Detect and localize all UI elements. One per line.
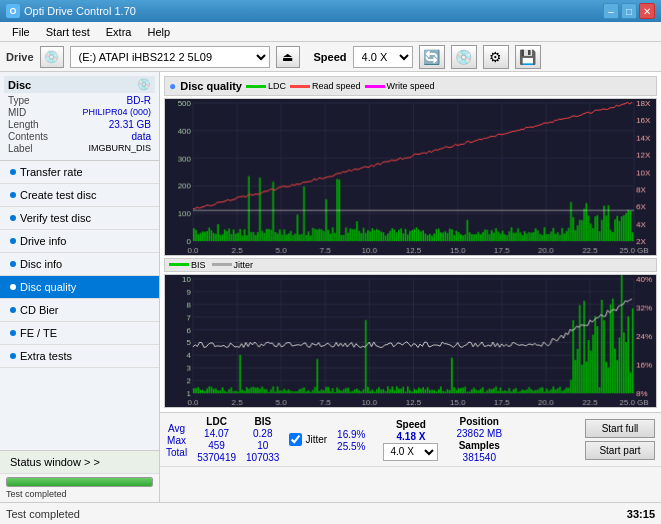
nav-extra-tests-label: Extra tests (20, 350, 72, 362)
test-speed-select[interactable]: 4.0 X (383, 443, 438, 461)
nav-disc-info[interactable]: Disc info (0, 253, 159, 276)
progress-fill (7, 478, 152, 486)
menu-file[interactable]: File (4, 24, 38, 40)
position-value: 23862 MB (456, 428, 502, 439)
nav-cd-bier[interactable]: CD Bier (0, 299, 159, 322)
stats-row: Avg Max Total LDC 14.07 459 5370419 BIS … (160, 413, 661, 467)
legend-write-speed: Write speed (365, 81, 435, 91)
avg-jitter: 16.9% (337, 429, 365, 440)
chart-title: Disc quality (180, 80, 242, 92)
nav-drive-info-label: Drive info (20, 235, 66, 247)
stats-col-speed-label: Speed 4.18 X 4.0 X (383, 419, 438, 461)
legend-jitter-label: Jitter (234, 260, 254, 270)
samples-value: 381540 (456, 452, 502, 463)
status-text: Test completed (6, 508, 619, 520)
progress-bar (6, 477, 153, 487)
top-chart-canvas (165, 99, 656, 255)
nav-extra-tests[interactable]: Extra tests (0, 345, 159, 368)
drive-bar: Drive 💿 (E:) ATAPI iHBS212 2 5L09 ⏏ Spee… (0, 42, 661, 72)
disc-button[interactable]: 💿 (451, 45, 477, 69)
nav-drive-info[interactable]: Drive info (0, 230, 159, 253)
legend-ldc-label: LDC (268, 81, 286, 91)
disc-header-icon: 💿 (137, 78, 151, 91)
total-bis: 107033 (246, 452, 279, 463)
close-button[interactable]: ✕ (639, 3, 655, 19)
disc-header-label: Disc (8, 79, 31, 91)
start-part-button[interactable]: Start part (585, 441, 655, 460)
speed-select[interactable]: 4.0 X (353, 46, 413, 68)
max-bis: 10 (246, 440, 279, 451)
eject-button[interactable]: ⏏ (276, 46, 300, 68)
stats-col-bis: BIS 0.28 10 107033 (246, 416, 279, 463)
sidebar-bottom: Status window > > Test completed (0, 450, 159, 502)
nav-create-test-disc[interactable]: Create test disc (0, 184, 159, 207)
progress-area: Test completed (0, 474, 159, 502)
bis-chart (164, 274, 657, 408)
status-window-button[interactable]: Status window > > (0, 451, 159, 474)
speed-label: Speed (314, 51, 347, 63)
content-area: ● Disc quality LDC Read speed Write spee… (160, 72, 661, 502)
nav-transfer-rate-label: Transfer rate (20, 166, 83, 178)
refresh-button[interactable]: 🔄 (419, 45, 445, 69)
length-value: 23.31 GB (80, 119, 151, 130)
app-title: Opti Drive Control 1.70 (24, 5, 603, 17)
avg-bis: 0.28 (246, 428, 279, 439)
stats-col-position: Position 23862 MB Samples 381540 (456, 416, 502, 463)
avg-ldc: 14.07 (197, 428, 236, 439)
nav-disc-quality[interactable]: Disc quality (0, 276, 159, 299)
max-label: Max (166, 435, 187, 446)
sidebar: Disc 💿 Type BD-R MID PHILIPR04 (000) Len… (0, 72, 160, 502)
nav-disc-quality-label: Disc quality (20, 281, 76, 293)
jitter-checkbox[interactable] (289, 433, 302, 446)
drive-label: Drive (6, 51, 34, 63)
jitter-checkbox-area: Jitter (289, 433, 327, 446)
legend-ldc: LDC (246, 81, 286, 91)
nav-fe-te[interactable]: FE / TE (0, 322, 159, 345)
maximize-button[interactable]: □ (621, 3, 637, 19)
legend-bis-label: BIS (191, 260, 206, 270)
status-bar: Test completed 33:15 (0, 502, 661, 524)
menu-extra[interactable]: Extra (98, 24, 140, 40)
stats-col-ldc: LDC 14.07 459 5370419 (197, 416, 236, 463)
bottom-chart-canvas (165, 275, 656, 407)
chart-container: ● Disc quality LDC Read speed Write spee… (160, 72, 661, 412)
jitter-label: Jitter (305, 434, 327, 445)
drive-select[interactable]: (E:) ATAPI iHBS212 2 5L09 (70, 46, 270, 68)
stats-col-label: Avg Max Total (166, 422, 187, 458)
nav-verify-test-disc-label: Verify test disc (20, 212, 91, 224)
bottom-panel: Avg Max Total LDC 14.07 459 5370419 BIS … (160, 412, 661, 502)
minimize-button[interactable]: – (603, 3, 619, 19)
contents-label: Contents (8, 131, 79, 142)
menu-start-test[interactable]: Start test (38, 24, 98, 40)
title-bar: O Opti Drive Control 1.70 – □ ✕ (0, 0, 661, 22)
stats-col-jitter: 16.9% 25.5% (337, 428, 365, 452)
disc-quality-chart (164, 98, 657, 256)
settings-button[interactable]: ⚙ (483, 45, 509, 69)
chart-header: ● Disc quality LDC Read speed Write spee… (164, 76, 657, 96)
position-label: Position (456, 416, 502, 427)
status-time: 33:15 (627, 508, 655, 520)
nav-fe-te-label: FE / TE (20, 327, 57, 339)
nav-verify-test-disc[interactable]: Verify test disc (0, 207, 159, 230)
nav-cd-bier-label: CD Bier (20, 304, 59, 316)
total-ldc: 5370419 (197, 452, 236, 463)
nav-disc-info-label: Disc info (20, 258, 62, 270)
action-buttons: Start full Start part (585, 419, 655, 460)
mid-label: MID (8, 107, 79, 118)
legend-write-speed-label: Write speed (387, 81, 435, 91)
drive-icon: 💿 (40, 46, 64, 68)
menu-help[interactable]: Help (139, 24, 178, 40)
sidebar-navigation: Transfer rate Create test disc Verify te… (0, 161, 159, 368)
disc-label-value: IMGBURN_DIS (80, 143, 151, 154)
avg-label: Avg (166, 423, 187, 434)
max-jitter: 25.5% (337, 441, 365, 452)
save-button[interactable]: 💾 (515, 45, 541, 69)
legend-bis: BIS (169, 260, 206, 270)
disc-header: Disc 💿 (4, 76, 155, 93)
progress-status: Test completed (6, 489, 153, 499)
nav-transfer-rate[interactable]: Transfer rate (0, 161, 159, 184)
nav-create-test-disc-label: Create test disc (20, 189, 96, 201)
window-controls: – □ ✕ (603, 3, 655, 19)
start-full-button[interactable]: Start full (585, 419, 655, 438)
contents-value: data (80, 131, 151, 142)
